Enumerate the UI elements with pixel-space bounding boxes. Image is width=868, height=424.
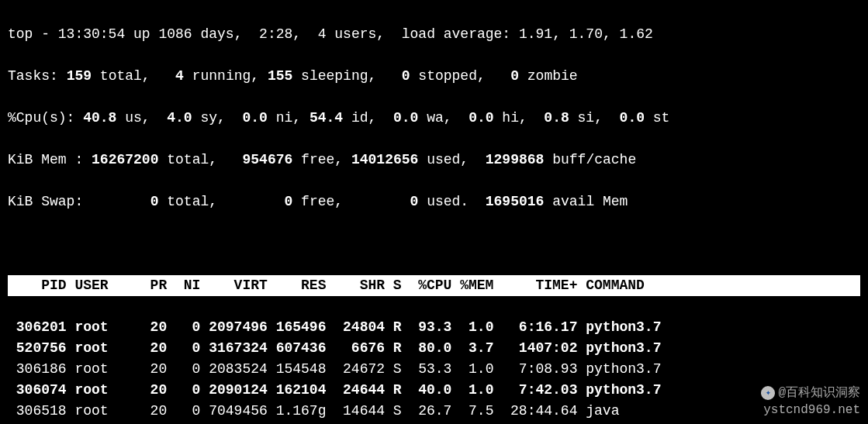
summary-line-tasks: Tasks: 159 total, 4 running, 155 sleepin…: [8, 66, 860, 87]
blank-line: [8, 233, 860, 254]
cell-cpu: 26.7: [402, 401, 452, 422]
process-row[interactable]: 306074 root200209012416210424644R40.01.0…: [8, 380, 860, 401]
process-row[interactable]: 306201 root200209749616549624804R93.31.0…: [8, 317, 860, 338]
cell-mem: 1.0: [451, 380, 493, 401]
col-pr: PR: [116, 275, 167, 296]
process-row[interactable]: 306518 root20070494561.167g14644S26.77.5…: [8, 401, 860, 422]
col-virt: VIRT: [200, 275, 267, 296]
cell-user: root: [74, 380, 116, 401]
col-cmd: COMMAND: [577, 275, 644, 296]
cell-cmd: java: [577, 401, 619, 422]
cell-time: 7:42.03: [493, 380, 577, 401]
cell-res: 154548: [268, 359, 327, 380]
cell-res: 607436: [268, 338, 327, 359]
cell-user: root: [74, 401, 116, 422]
cell-cmd: python3.7: [577, 380, 661, 401]
cell-res: 162104: [268, 380, 327, 401]
cell-mem: 1.0: [451, 317, 493, 338]
process-table-body: 306201 root200209749616549624804R93.31.0…: [8, 317, 860, 424]
terminal-output: top - 13:30:54 up 1086 days, 2:28, 4 use…: [0, 0, 868, 424]
col-user: USER: [74, 275, 116, 296]
cell-ni: 0: [167, 401, 200, 422]
cell-cmd: python3.7: [577, 317, 661, 338]
cell-mem: 3.7: [451, 338, 493, 359]
cell-pr: 20: [116, 338, 167, 359]
col-s: S: [385, 275, 402, 296]
cell-shr: 14644: [326, 401, 385, 422]
cell-virt: 7049456: [200, 401, 267, 422]
cell-shr: 24804: [326, 317, 385, 338]
summary-line-swap: KiB Swap: 0 total, 0 free, 0 used. 16950…: [8, 191, 860, 212]
cell-virt: 2097496: [200, 317, 267, 338]
cell-time: 1407:02: [493, 338, 577, 359]
cell-pid: 306518: [8, 401, 67, 422]
cell-user: root: [74, 359, 116, 380]
cell-s: R: [385, 380, 402, 401]
cell-virt: 2083524: [200, 359, 267, 380]
cell-time: 28:44.64: [493, 401, 577, 422]
cell-cpu: 40.0: [402, 380, 452, 401]
summary-line-uptime: top - 13:30:54 up 1086 days, 2:28, 4 use…: [8, 24, 860, 45]
cell-user: root: [74, 317, 116, 338]
cell-pid: 520756: [8, 338, 67, 359]
cell-cpu: 93.3: [402, 317, 452, 338]
cell-ni: 0: [167, 317, 200, 338]
cell-res: 1.167g: [268, 401, 327, 422]
cell-shr: 24672: [326, 359, 385, 380]
cell-virt: 3167324: [200, 338, 267, 359]
process-table-header: PID USERPRNIVIRTRESSHRS%CPU%MEMTIME+COMM…: [8, 275, 860, 296]
cell-cmd: python3.7: [577, 338, 661, 359]
paw-icon: ✦: [761, 386, 775, 400]
col-pid: PID: [8, 275, 67, 296]
cell-shr: 6676: [326, 338, 385, 359]
process-row[interactable]: 306186 root200208352415454824672S53.31.0…: [8, 359, 860, 380]
cell-s: R: [385, 317, 402, 338]
cell-time: 6:16.17: [493, 317, 577, 338]
cell-cmd: python3.7: [577, 359, 661, 380]
cell-ni: 0: [167, 359, 200, 380]
col-mem: %MEM: [451, 275, 493, 296]
watermark-site: ystcnd969.net: [763, 401, 860, 419]
col-time: TIME+: [493, 275, 577, 296]
col-shr: SHR: [326, 275, 385, 296]
col-res: RES: [268, 275, 327, 296]
cell-cpu: 80.0: [402, 338, 452, 359]
cell-time: 7:08.93: [493, 359, 577, 380]
col-cpu: %CPU: [402, 275, 452, 296]
cell-pr: 20: [116, 401, 167, 422]
cell-ni: 0: [167, 338, 200, 359]
cell-pid: 306074: [8, 380, 67, 401]
cell-cpu: 53.3: [402, 359, 452, 380]
cell-pr: 20: [116, 317, 167, 338]
col-ni: NI: [167, 275, 200, 296]
cell-res: 165496: [268, 317, 327, 338]
cell-pr: 20: [116, 359, 167, 380]
cell-shr: 24644: [326, 380, 385, 401]
summary-line-cpu: %Cpu(s): 40.8 us, 4.0 sy, 0.0 ni, 54.4 i…: [8, 108, 860, 129]
cell-pid: 306186: [8, 359, 67, 380]
cell-s: S: [385, 359, 402, 380]
cell-user: root: [74, 338, 116, 359]
cell-mem: 1.0: [451, 359, 493, 380]
cell-mem: 7.5: [451, 401, 493, 422]
cell-ni: 0: [167, 380, 200, 401]
cell-pr: 20: [116, 380, 167, 401]
process-row[interactable]: 520756 root20031673246074366676R80.03.71…: [8, 338, 860, 359]
summary-line-mem: KiB Mem : 16267200 total, 954676 free, 1…: [8, 150, 860, 171]
cell-s: S: [385, 401, 402, 422]
cell-pid: 306201: [8, 317, 67, 338]
watermark-handle: ✦@百科知识洞察: [761, 384, 860, 402]
cell-s: R: [385, 338, 402, 359]
cell-virt: 2090124: [200, 380, 267, 401]
